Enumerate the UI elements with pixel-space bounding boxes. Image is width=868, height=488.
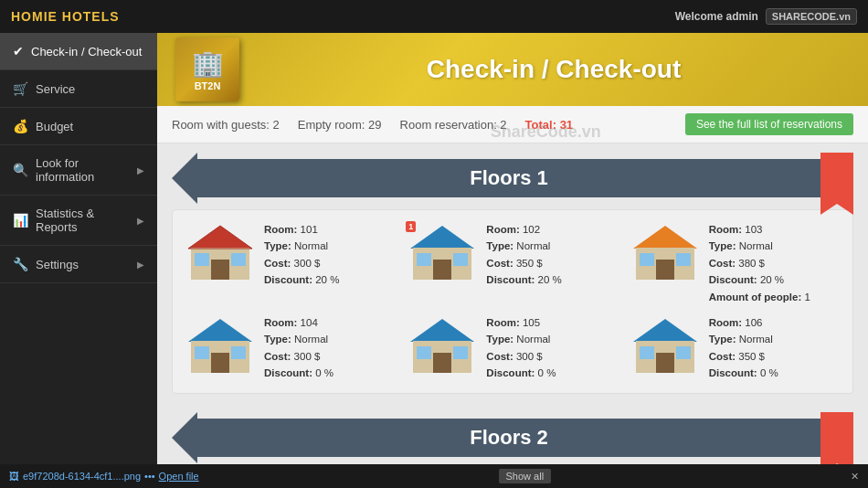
svg-rect-4: [231, 253, 246, 266]
house-icon-103: [629, 221, 702, 285]
stat-room-reservation: Room reservation: 2: [400, 118, 507, 132]
svg-rect-30: [676, 346, 691, 359]
house-icon-101: [184, 221, 257, 285]
svg-rect-2: [211, 260, 229, 280]
topbar: HOMIE HOTELS Welcome admin SHARECODE.vn: [0, 0, 868, 33]
sidebar-item-label: Budget: [36, 120, 73, 133]
svg-marker-26: [633, 319, 697, 342]
stat-empty-room: Empty room: 29: [298, 118, 382, 132]
floor2-header: Floors 2: [172, 412, 853, 463]
show-all-button[interactable]: Show all: [499, 469, 552, 483]
room-card-102[interactable]: 1 Room: 102 Type: Normal Cost: 350 $ Dis…: [406, 221, 619, 305]
chevron-right-icon: ▶: [137, 165, 144, 175]
room-info-105: Room: 105 Type: Normal Cost: 300 $ Disco…: [486, 314, 556, 382]
room-info-101: Room: 101 Type: Normal Cost: 300 $ Disco…: [264, 221, 339, 289]
sidebar-item-service[interactable]: 🛒 Service: [0, 70, 157, 108]
svg-rect-14: [640, 253, 654, 266]
svg-rect-24: [417, 346, 431, 359]
sidebar-item-settings[interactable]: 🔧 Settings ▶: [0, 246, 157, 283]
sidebar-item-label: Statistics & Reports: [36, 207, 130, 234]
svg-marker-6: [410, 226, 474, 249]
svg-rect-8: [433, 260, 451, 280]
svg-rect-9: [417, 253, 431, 266]
floor2-arrow-left: [172, 412, 197, 463]
main-content: 🏢 BT2N Check-in / Check-out Room with gu…: [157, 33, 868, 464]
building-icon: 🏢: [192, 48, 224, 79]
sidebar-item-label: Service: [36, 82, 75, 96]
logo-text: BT2N: [195, 80, 221, 91]
page-title: Check-in / Check-out: [258, 55, 850, 84]
room-card-106[interactable]: Room: 106 Type: Normal Cost: 350 $ Disco…: [629, 314, 842, 382]
checkin-icon: ✔: [13, 44, 24, 58]
svg-marker-0: [188, 226, 252, 249]
svg-rect-29: [640, 346, 654, 359]
sidebar: ✔ Check-in / Check-out 🛒 Service 💰 Budge…: [0, 33, 157, 464]
floor2-title: Floors 2: [197, 419, 820, 457]
sidebar-item-statistics[interactable]: 📊 Statistics & Reports ▶: [0, 196, 157, 246]
sharecode-logo: SHARECODE.vn: [766, 8, 857, 25]
footer-file-info: 🖼 e9f7208d-6134-4cf1....png ••• Open fil…: [9, 471, 199, 482]
topbar-right: Welcome admin SHARECODE.vn: [675, 8, 857, 25]
banner-logo: 🏢 BT2N: [175, 37, 239, 101]
room-card-101[interactable]: Room: 101 Type: Normal Cost: 300 $ Disco…: [184, 221, 397, 305]
stat-total: Total: 31: [525, 118, 574, 132]
settings-icon: 🔧: [13, 257, 28, 271]
svg-rect-10: [453, 253, 468, 266]
header-banner: 🏢 BT2N Check-in / Check-out: [157, 33, 868, 106]
svg-rect-15: [676, 253, 691, 266]
btn-full-reservations[interactable]: See the full list of reservations: [685, 113, 853, 135]
close-icon[interactable]: ✕: [851, 471, 859, 483]
footer-bar: 🖼 e9f7208d-6134-4cf1....png ••• Open fil…: [0, 464, 868, 488]
svg-rect-20: [231, 346, 246, 359]
svg-rect-23: [433, 353, 451, 373]
svg-rect-25: [453, 346, 468, 359]
statistics-icon: 📊: [13, 213, 28, 228]
room-info-104: Room: 104 Type: Normal Cost: 300 $ Disco…: [264, 314, 333, 382]
house-icon-102: 1: [406, 221, 479, 285]
chevron-right-icon: ▶: [137, 216, 144, 226]
sidebar-item-checkin[interactable]: ✔ Check-in / Check-out: [0, 33, 157, 70]
file-icon: 🖼: [9, 471, 19, 482]
sidebar-item-label: Settings: [36, 258, 79, 271]
house-icon-104: [184, 314, 257, 378]
house-icon-106: [629, 314, 702, 378]
floor2-tag: [820, 412, 853, 463]
svg-marker-21: [410, 319, 474, 342]
floor1-tag: [820, 153, 853, 204]
sidebar-item-lookinfo[interactable]: 🔍 Look for information ▶: [0, 145, 157, 196]
floor1-rooms: Room: 101 Type: Normal Cost: 300 $ Disco…: [172, 209, 853, 394]
house-icon-105: [406, 314, 479, 378]
svg-marker-11: [633, 226, 697, 249]
room-info-102: Room: 102 Type: Normal Cost: 350 $ Disco…: [486, 221, 561, 289]
room-info-103: Room: 103 Type: Normal Cost: 380 $ Disco…: [709, 221, 810, 305]
room-card-104[interactable]: Room: 104 Type: Normal Cost: 300 $ Disco…: [184, 314, 397, 382]
room-card-105[interactable]: Room: 105 Type: Normal Cost: 300 $ Disco…: [406, 314, 619, 382]
lookinfo-icon: 🔍: [13, 163, 28, 177]
welcome-text: Welcome admin: [675, 10, 758, 23]
stats-bar: Room with guests: 2 Empty room: 29 Room …: [157, 106, 868, 143]
room-info-106: Room: 106 Type: Normal Cost: 350 $ Disco…: [709, 314, 778, 382]
sidebar-item-label: Look for information: [36, 156, 130, 184]
svg-marker-16: [188, 319, 252, 342]
svg-rect-13: [656, 260, 674, 280]
room-card-103[interactable]: Room: 103 Type: Normal Cost: 380 $ Disco…: [629, 221, 842, 305]
svg-rect-19: [195, 346, 209, 359]
app-logo: HOMIE HOTELS: [11, 9, 120, 24]
calendar-badge: 1: [406, 221, 416, 232]
chevron-right-icon: ▶: [137, 260, 144, 270]
svg-rect-28: [656, 353, 674, 373]
sidebar-item-budget[interactable]: 💰 Budget: [0, 108, 157, 145]
file-name: e9f7208d-6134-4cf1....png: [23, 471, 141, 482]
svg-rect-3: [195, 253, 209, 266]
floor-arrow-left: [172, 153, 197, 204]
budget-icon: 💰: [13, 119, 28, 133]
sidebar-item-label: Check-in / Check-out: [31, 45, 142, 58]
floor1-header: Floors 1: [172, 153, 853, 204]
svg-rect-18: [211, 353, 229, 373]
stat-room-guests: Room with guests: 2: [172, 118, 280, 132]
dots-icon: •••: [144, 471, 155, 482]
main-layout: ✔ Check-in / Check-out 🛒 Service 💰 Budge…: [0, 33, 868, 464]
floor1-title: Floors 1: [197, 159, 820, 197]
open-file-link[interactable]: Open file: [159, 471, 199, 482]
service-icon: 🛒: [13, 81, 28, 96]
